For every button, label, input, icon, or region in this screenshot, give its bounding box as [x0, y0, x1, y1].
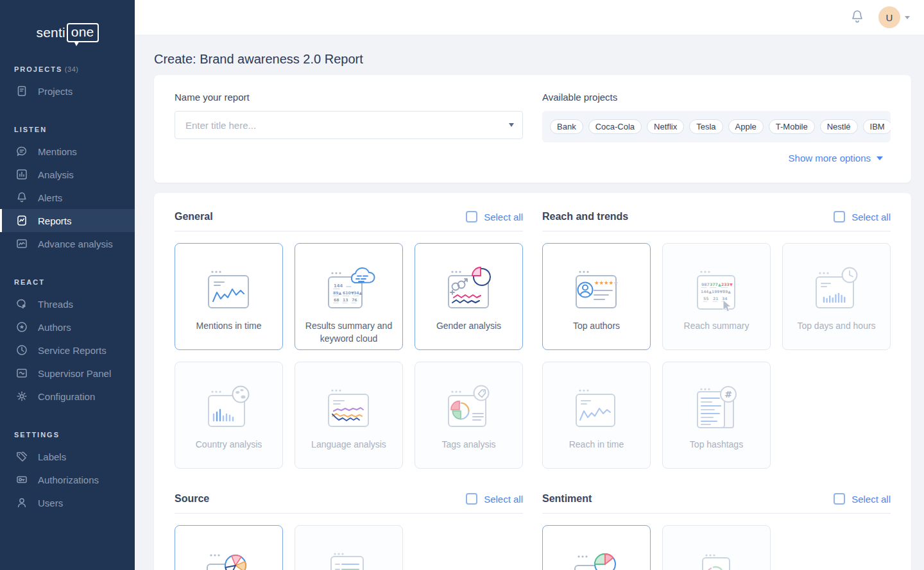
select-all-general[interactable]: Select all	[466, 211, 523, 222]
sidebar-nav: PROJECTS (34)ProjectsLISTENMentionsAnaly…	[0, 65, 135, 514]
widget-column-right: Reach and trendsSelect all★★★★★Top autho…	[542, 211, 891, 570]
select-all-sentiment[interactable]: Select all	[834, 493, 891, 505]
sidebar-item-mentions[interactable]: Mentions	[0, 140, 135, 163]
projects-icon	[15, 85, 28, 97]
widget-card-source-pie[interactable]	[175, 525, 283, 570]
sidebar-item-advance-analysis[interactable]: Advance analysis	[0, 232, 135, 255]
select-all-source[interactable]: Select all	[466, 493, 523, 505]
svg-text:#: #	[724, 389, 732, 399]
widget-card-sentiment-gauge[interactable]	[662, 525, 771, 570]
svg-text:987: 987	[701, 282, 710, 287]
sidebar-item-label: Authorizations	[38, 474, 99, 485]
project-chip-coca-cola[interactable]: Coca-Cola	[588, 119, 642, 134]
avatar-menu-caret-icon[interactable]	[905, 16, 910, 19]
widget-card-label: Results summary and keyword cloud	[295, 319, 402, 345]
widget-card-sentiment-pie[interactable]	[542, 525, 651, 570]
sidebar-item-supervisor-panel[interactable]: Supervisor Panel	[0, 362, 135, 385]
page-title: Create: Brand awareness 2.0 Report	[154, 52, 911, 67]
sidebar-item-service-reports[interactable]: Service Reports	[0, 339, 135, 362]
sidebar-item-labels[interactable]: Labels	[0, 445, 135, 468]
select-all-label: Select all	[484, 212, 523, 222]
section-header: SentimentSelect all	[542, 493, 891, 505]
advance-analysis-icon	[15, 237, 28, 250]
widget-card-top-days-and-hours[interactable]: Top days and hours	[782, 243, 891, 350]
widget-card-reach-summary[interactable]: 987377▲233▼144▲199▼89▲552134Reach summar…	[662, 243, 771, 350]
sidebar-item-projects[interactable]: Projects	[0, 80, 135, 103]
select-all-reach-and-trends[interactable]: Select all	[834, 211, 891, 222]
section-divider	[542, 231, 891, 231]
top-hashtags-icon: #	[686, 362, 748, 435]
sentiment-pie-icon	[566, 526, 628, 570]
logo-text: senti	[37, 25, 65, 40]
svg-text:144▲: 144▲	[701, 289, 712, 294]
sidebar-item-analysis[interactable]: Analysis	[0, 163, 135, 186]
widget-card-gender-analysis[interactable]: Gender analysis	[415, 243, 523, 350]
section-divider	[175, 231, 523, 231]
logo-bubble: one	[67, 23, 99, 42]
widget-card-top-hashtags[interactable]: #Top hashtags	[662, 362, 771, 469]
sidebar-item-label: Labels	[38, 451, 66, 462]
widget-card-label: Language analysis	[305, 438, 393, 451]
sentione-logo: sentione	[0, 23, 135, 42]
sidebar-item-configuration[interactable]: Configuration	[0, 385, 135, 408]
avatar-initial: U	[886, 12, 893, 23]
notifications-button[interactable]	[850, 9, 864, 26]
sidebar-item-alerts[interactable]: Alerts	[0, 186, 135, 209]
widget-card-top-authors[interactable]: ★★★★★Top authors	[542, 243, 651, 350]
project-chip-apple[interactable]: Apple	[728, 119, 764, 134]
widget-card-tags-analysis[interactable]: Tags analysis	[415, 362, 523, 469]
project-chip-bank[interactable]: Bank	[550, 119, 583, 134]
select-all-label: Select all	[851, 212, 891, 222]
widget-card-label: Mentions in time	[190, 319, 268, 332]
select-all-checkbox[interactable]	[466, 493, 477, 505]
select-all-checkbox[interactable]	[834, 211, 845, 222]
project-chip-ibm[interactable]: IBM	[863, 119, 891, 134]
avatar[interactable]: U	[878, 6, 900, 28]
widget-column-left: GeneralSelect allMentions in time14489▲6…	[175, 211, 523, 570]
authors-icon	[15, 321, 28, 333]
section-general: GeneralSelect allMentions in time14489▲6…	[175, 211, 523, 469]
show-more-caret-icon[interactable]	[877, 156, 883, 160]
project-chip-tesla[interactable]: Tesla	[689, 119, 723, 134]
svg-text:144: 144	[334, 283, 343, 289]
sidebar-item-label: Service Reports	[38, 345, 107, 356]
top-authors-icon: ★★★★★	[566, 244, 628, 317]
widget-card-mentions-in-time[interactable]: Mentions in time	[175, 243, 283, 350]
select-all-checkbox[interactable]	[834, 493, 845, 505]
report-title-input[interactable]	[175, 111, 523, 139]
sidebar-item-label: Projects	[38, 86, 73, 97]
name-report-column: Name your report	[175, 92, 523, 183]
sidebar-item-threads[interactable]: Threads	[0, 292, 135, 315]
supervisor-panel-icon	[15, 367, 28, 380]
svg-text:34▲: 34▲	[354, 290, 363, 295]
widget-card-language-analysis[interactable]: Language analysis	[295, 362, 403, 469]
threads-icon	[15, 298, 28, 310]
mentions-icon	[15, 145, 28, 158]
language-analysis-icon	[318, 362, 380, 435]
widget-card-reach-in-time[interactable]: Reach in time	[542, 362, 651, 469]
project-chip-nestl[interactable]: Nestlé	[820, 119, 858, 134]
project-chip-t-mobile[interactable]: T-Mobile	[769, 119, 815, 134]
widget-card-results-summary-and-keyword-cloud[interactable]: 14489▲610▼34▲681376Results summary and k…	[295, 243, 403, 350]
sidebar-item-users[interactable]: Users	[0, 491, 135, 514]
select-all-checkbox[interactable]	[466, 211, 477, 222]
svg-text:13: 13	[343, 298, 348, 302]
reach-in-time-icon	[566, 362, 628, 435]
sidebar-item-authorizations[interactable]: Authorizations	[0, 468, 135, 491]
svg-text:233▼: 233▼	[721, 282, 733, 287]
widget-card-source-list[interactable]	[295, 525, 403, 570]
widget-card-label: Top days and hours	[791, 319, 882, 332]
section-sentiment: SentimentSelect all	[542, 493, 891, 570]
sidebar-item-reports[interactable]: Reports	[0, 209, 135, 232]
select-all-label: Select all	[851, 494, 891, 505]
widget-card-country-analysis[interactable]: Country analysis	[175, 362, 283, 469]
authorizations-icon	[15, 473, 28, 486]
sidebar-item-label: Analysis	[38, 169, 74, 180]
project-chip-netflix[interactable]: Netflix	[647, 119, 684, 134]
sidebar-item-authors[interactable]: Authors	[0, 315, 135, 339]
tags-analysis-icon	[438, 362, 500, 435]
show-more-options-link[interactable]: Show more options	[789, 153, 871, 163]
section-header: Reach and trendsSelect all	[542, 211, 891, 222]
svg-text:★: ★	[613, 280, 619, 286]
widget-card-label: Tags analysis	[435, 438, 502, 451]
